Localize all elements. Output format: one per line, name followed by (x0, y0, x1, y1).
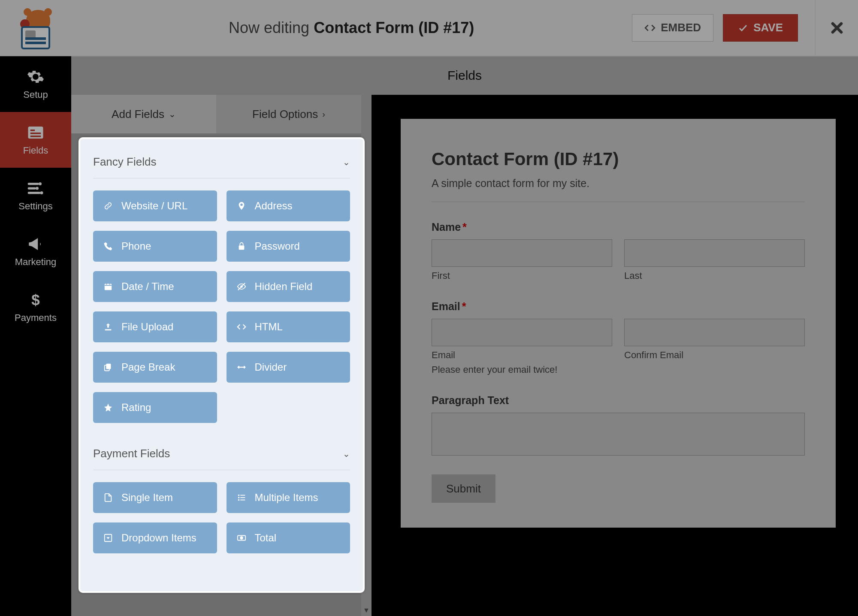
form-description: A simple contact form for my site. (432, 177, 805, 190)
upload-icon (103, 322, 114, 332)
phone-icon (103, 242, 114, 251)
close-button[interactable] (815, 0, 858, 56)
sidebar-item-payments[interactable]: $ Payments (0, 279, 71, 335)
svg-rect-2 (30, 133, 41, 134)
field-button-label: Phone (121, 240, 151, 252)
editing-prefix: Now editing (229, 19, 314, 36)
field-button-rating[interactable]: Rating (93, 392, 217, 423)
paragraph-textarea[interactable] (432, 413, 805, 456)
sidebar-item-settings[interactable]: Settings (0, 168, 71, 223)
save-label: SAVE (753, 21, 783, 34)
code-icon (644, 22, 656, 33)
field-button-label: Divider (255, 361, 287, 373)
chevron-down-icon: ⌄ (343, 157, 350, 167)
section-title: Payment Fields (93, 447, 170, 460)
first-name-input[interactable] (432, 239, 612, 267)
save-button[interactable]: SAVE (723, 14, 798, 42)
bear-logo-icon (18, 6, 53, 49)
svg-point-15 (238, 495, 239, 496)
svg-point-23 (240, 537, 243, 539)
field-button-label: Hidden Field (255, 281, 313, 293)
gear-icon (27, 68, 45, 86)
svg-point-16 (238, 497, 239, 498)
section-fancy-fields-header[interactable]: Fancy Fields ⌄ (91, 148, 353, 178)
svg-rect-19 (240, 497, 245, 498)
panel-tabs: Add Fields ⌄ Field Options › (71, 95, 372, 133)
field-button-password[interactable]: Password (227, 231, 350, 262)
field-button-label: Dropdown Items (121, 532, 196, 544)
field-button-multiple-items[interactable]: Multiple Items (227, 482, 350, 513)
field-button-html[interactable]: HTML (227, 311, 350, 342)
close-icon (828, 19, 846, 36)
field-button-address[interactable]: Address (227, 190, 350, 221)
svg-point-5 (36, 187, 39, 190)
form-title: Contact Form (ID #17) (432, 149, 805, 169)
svg-rect-8 (239, 245, 244, 250)
payment-fields-grid: Single ItemMultiple ItemsDropdown ItemsT… (91, 470, 353, 556)
field-hint: Please enter your email twice! (432, 364, 805, 375)
field-button-single-item[interactable]: Single Item (93, 482, 217, 513)
money-icon (236, 533, 247, 543)
pin-icon (236, 201, 247, 211)
file-icon (103, 493, 114, 502)
submit-button[interactable]: Submit (432, 474, 495, 503)
field-button-website-url[interactable]: Website / URL (93, 190, 217, 221)
sidebar-item-marketing[interactable]: Marketing (0, 223, 71, 279)
tab-label: Add Fields (112, 108, 164, 121)
required-mark: * (462, 221, 467, 233)
field-button-page-break[interactable]: Page Break (93, 352, 217, 383)
sublabel-first: First (432, 270, 612, 281)
field-button-label: Date / Time (121, 281, 174, 293)
section-payment-fields-header[interactable]: Payment Fields ⌄ (91, 439, 353, 470)
field-button-label: Website / URL (121, 200, 187, 212)
eyeoff-icon (236, 282, 247, 291)
field-button-label: HTML (255, 321, 283, 333)
tab-field-options[interactable]: Field Options › (216, 95, 361, 133)
required-mark: * (462, 300, 466, 312)
svg-rect-18 (240, 495, 245, 496)
svg-rect-3 (30, 136, 41, 137)
svg-point-17 (238, 499, 239, 501)
field-button-label: Total (255, 532, 277, 544)
sublabel-email: Email (432, 350, 612, 361)
svg-point-4 (39, 182, 42, 185)
copy-icon (103, 362, 114, 372)
field-button-dropdown-items[interactable]: Dropdown Items (93, 522, 217, 553)
field-button-divider[interactable]: Divider (227, 352, 350, 383)
embed-button[interactable]: EMBED (632, 14, 713, 42)
embed-label: EMBED (661, 21, 701, 34)
field-button-label: Address (255, 200, 293, 212)
sidebar-item-label: Payments (15, 312, 57, 323)
svg-rect-20 (240, 500, 245, 501)
field-button-total[interactable]: Total (227, 522, 350, 553)
field-label: Paragraph Text (432, 394, 805, 407)
field-label: Email* (432, 300, 805, 313)
list-icon (236, 493, 247, 502)
field-button-hidden-field[interactable]: Hidden Field (227, 271, 350, 302)
sidebar-item-label: Fields (23, 145, 48, 156)
field-button-file-upload[interactable]: File Upload (93, 311, 217, 342)
field-button-phone[interactable]: Phone (93, 231, 217, 262)
lock-icon (236, 242, 247, 251)
field-label: Name* (432, 221, 805, 233)
email-input[interactable] (432, 319, 612, 346)
section-header: Fields (71, 56, 858, 95)
field-button-date-time[interactable]: Date / Time (93, 271, 217, 302)
field-paragraph[interactable]: Paragraph Text (432, 394, 805, 456)
last-name-input[interactable] (624, 239, 805, 267)
tab-add-fields[interactable]: Add Fields ⌄ (71, 95, 216, 133)
megaphone-icon (27, 235, 45, 253)
confirm-email-input[interactable] (624, 319, 805, 346)
editing-title: Now editing Contact Form (ID #17) (71, 19, 632, 37)
sidebar-item-label: Marketing (15, 257, 57, 268)
field-email[interactable]: Email* Email Confirm Email Please enter … (432, 300, 805, 375)
calendar-icon (103, 282, 114, 291)
top-actions: EMBED SAVE (632, 14, 815, 42)
sliders-icon (27, 179, 45, 197)
field-name[interactable]: Name* First Last (432, 221, 805, 281)
section-header-title: Fields (447, 68, 482, 83)
sidebar-item-fields[interactable]: Fields (0, 112, 71, 168)
check-icon (738, 23, 748, 33)
sidebar-item-setup[interactable]: Setup (0, 56, 71, 112)
app-logo[interactable] (0, 6, 71, 49)
